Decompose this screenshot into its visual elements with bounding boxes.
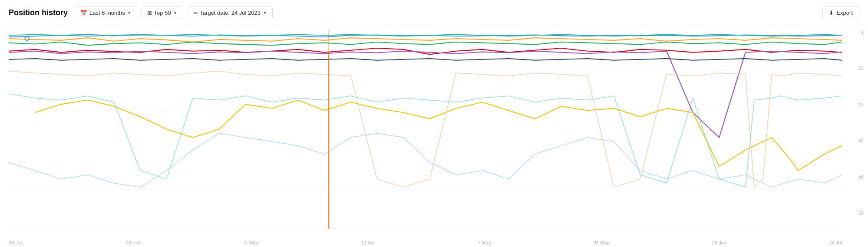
export-button[interactable]: ⬇ Export	[822, 7, 859, 19]
grid-icon: ⊞	[147, 10, 152, 16]
x-label-apr13: 13 Apr	[361, 240, 375, 245]
export-label: Export	[836, 10, 853, 16]
x-label-jul24: 24 Jul	[829, 240, 842, 245]
x-label-jan30: 30 Jan	[9, 240, 23, 245]
y-label-20: 20	[844, 102, 864, 107]
y-label-50: 50	[844, 211, 864, 229]
x-label-may7: 7 May	[478, 240, 491, 245]
main-container: Position history 📅 Last 6 months ▼ ⊞ Top…	[0, 0, 868, 247]
x-label-mar19: 19 Mar	[244, 240, 258, 245]
x-label-may31: 31 May	[594, 240, 609, 245]
chart-area: 1 10 20 30 40 50 30 Jan 23 Feb 19 Mar 13…	[0, 26, 868, 247]
calendar-icon: 📅	[80, 10, 87, 16]
download-icon: ⬇	[829, 10, 834, 16]
period-chevron-icon: ▼	[127, 10, 132, 15]
x-label-jun29: 29 Jun	[712, 240, 726, 245]
target-chevron-icon: ▼	[263, 10, 267, 15]
period-filter-button[interactable]: 📅 Last 6 months ▼	[75, 7, 137, 19]
y-label-30: 30	[844, 138, 864, 143]
y-label-40: 40	[844, 175, 864, 180]
target-date-label: Target date: 24 Jul 2023	[200, 10, 261, 16]
target-date-button[interactable]: ∿ Target date: 24 Jul 2023 ▼	[188, 7, 273, 19]
position-history-chart	[9, 30, 842, 229]
toolbar: Position history 📅 Last 6 months ▼ ⊞ Top…	[0, 0, 868, 26]
top-filter-button[interactable]: ⊞ Top 50 ▼	[142, 7, 183, 19]
y-label-10: 10	[844, 66, 864, 71]
y-axis: 1 10 20 30 40 50	[844, 30, 864, 229]
period-label: Last 6 months	[89, 10, 125, 16]
top-label: Top 50	[154, 10, 171, 16]
page-title: Position history	[9, 8, 68, 17]
x-label-feb23: 23 Feb	[126, 240, 141, 245]
y-label-1: 1	[844, 30, 864, 35]
top-chevron-icon: ▼	[173, 10, 178, 15]
x-axis: 30 Jan 23 Feb 19 Mar 13 Apr 7 May 31 May…	[9, 240, 842, 245]
trend-icon: ∿	[192, 9, 199, 16]
